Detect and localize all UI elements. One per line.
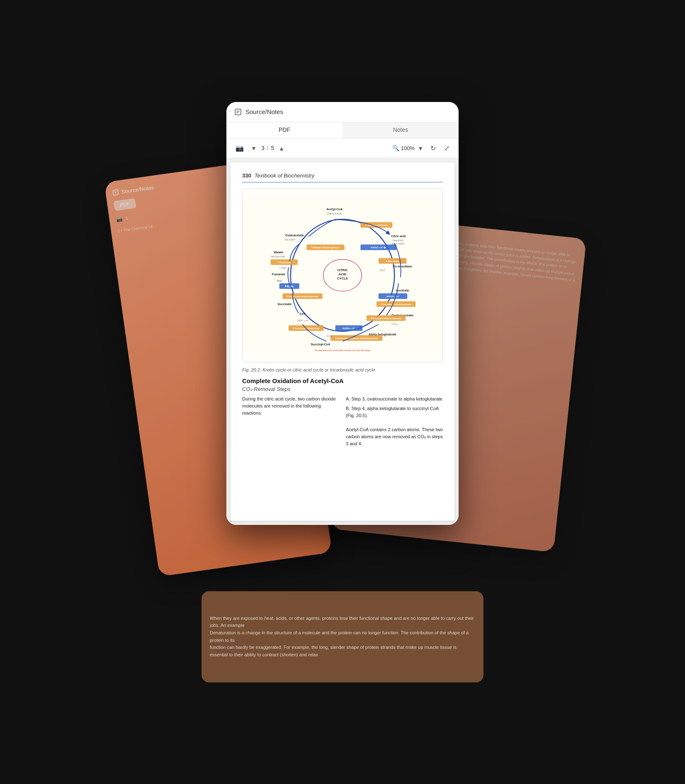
tabs: PDF Notes bbox=[226, 122, 459, 138]
search-icon: 🔍 bbox=[392, 145, 399, 151]
two-col-content: During the citric acid cycle, two carbon… bbox=[242, 396, 443, 447]
svg-text:FADH₂: FADH₂ bbox=[285, 284, 294, 287]
svg-text:All reactions are reversible, : All reactions are reversible, except 1st… bbox=[315, 349, 370, 352]
strip-text-1: When they are exposed to heat, acids, or… bbox=[210, 615, 475, 659]
camera-button[interactable]: 📷 bbox=[233, 143, 246, 154]
section-title: Complete Oxidation of Acetyl-CoA bbox=[242, 377, 443, 384]
pdf-header: 330 Textbook of Biochemistry bbox=[242, 172, 443, 182]
col-right: A. Step 3, oxalosuccinate to alpha ketog… bbox=[346, 396, 443, 447]
svg-text:Citric acid: Citric acid bbox=[391, 234, 406, 238]
pdf-page-number: 330 bbox=[242, 172, 251, 179]
krebs-diagram-container: CITRIC ACID CYCLE Acetyl-CoA CH₃-C-S-CoA… bbox=[242, 188, 443, 362]
page-current: 3 bbox=[261, 145, 265, 151]
svg-text:Succinate: Succinate bbox=[277, 302, 291, 306]
svg-text:3 Isocitrate dehydrogenase: 3 Isocitrate dehydrogenase bbox=[371, 317, 402, 320]
svg-text:CO₂: CO₂ bbox=[391, 322, 398, 326]
page-separator: / bbox=[267, 145, 269, 151]
refresh-icon: ↻ bbox=[430, 145, 436, 152]
source-notes-icon-back bbox=[112, 189, 119, 196]
svg-text:3 Isocitrate dehydrogenase: 3 Isocitrate dehydrogenase bbox=[381, 303, 412, 306]
zoom-group: 🔍 100% ▾ bbox=[392, 143, 425, 154]
col-right-text-a: A. Step 3, oxalosuccinate to alpha ketog… bbox=[346, 396, 443, 403]
zoom-chevron-icon: ▾ bbox=[419, 145, 422, 152]
pdf-content: 330 Textbook of Biochemistry CITRIC ACID bbox=[226, 158, 459, 525]
card-bottom-strip: When they are exposed to heat, acids, or… bbox=[202, 591, 483, 682]
fig-caption: Fig. 20.2: Krebs cycle or citric acid cy… bbox=[242, 367, 443, 372]
svg-text:Co-Aconitase: Co-Aconitase bbox=[393, 264, 412, 268]
chevron-up-icon: ▴ bbox=[280, 145, 283, 152]
zoom-value: 100% bbox=[401, 145, 415, 151]
svg-text:8 Malate dehydrogenase: 8 Malate dehydrogenase bbox=[311, 246, 340, 249]
tab-notes[interactable]: Notes bbox=[342, 122, 459, 138]
svg-text:6 Succinate dehydrogenase: 6 Succinate dehydrogenase bbox=[287, 295, 318, 298]
svg-text:2 Aconitase: 2 Aconitase bbox=[386, 260, 399, 262]
chevron-up-button[interactable]: ▴ bbox=[277, 143, 286, 154]
svg-text:Acetyl-CoA: Acetyl-CoA bbox=[326, 207, 343, 211]
svg-text:CH₂-COO⁻: CH₂-COO⁻ bbox=[393, 239, 404, 242]
svg-text:Malate: Malate bbox=[274, 250, 283, 254]
svg-text:Succinyl-CoA: Succinyl-CoA bbox=[311, 342, 331, 346]
svg-text:CH₃-C-S-CoA: CH₃-C-S-CoA bbox=[327, 212, 342, 214]
toolbar: 📷 ▾ 3 / 5 ▴ 🔍 100% ▾ ↻ bbox=[226, 138, 459, 158]
titlebar: Source/Notes bbox=[226, 102, 459, 122]
col-right-text-b: B. Step 4, alpha ketoglutarate to succin… bbox=[346, 405, 443, 447]
zoom-dropdown-button[interactable]: ▾ bbox=[416, 143, 425, 154]
col-left-text: During the citric acid cycle, two carbon… bbox=[242, 396, 339, 417]
svg-text:7 Fumarase: 7 Fumarase bbox=[277, 261, 291, 264]
svg-text:OC-COO⁻: OC-COO⁻ bbox=[285, 238, 296, 241]
svg-text:CITRIC: CITRIC bbox=[337, 268, 348, 272]
refresh-button[interactable]: ↻ bbox=[428, 143, 438, 154]
svg-text:NADH + H⁺: NADH + H⁺ bbox=[342, 327, 355, 330]
svg-line-1 bbox=[114, 191, 117, 192]
pdf-page: 330 Textbook of Biochemistry CITRIC ACID bbox=[231, 163, 454, 521]
chevron-down-icon: ▾ bbox=[252, 145, 255, 152]
svg-text:CO₂: CO₂ bbox=[327, 334, 333, 338]
svg-rect-0 bbox=[113, 189, 119, 195]
svg-text:H₂O: H₂O bbox=[380, 269, 385, 272]
svg-rect-3 bbox=[235, 109, 241, 115]
pdf-book-title: Textbook of Biochemistry bbox=[255, 172, 315, 179]
svg-text:4 Alpha ketoglutarate dehydrog: 4 Alpha ketoglutarate dehydrogenase bbox=[335, 337, 378, 340]
svg-text:+ H₂O: + H₂O bbox=[279, 266, 286, 269]
back-left-page: 1 bbox=[125, 215, 129, 221]
svg-text:CYCLE: CYCLE bbox=[337, 276, 348, 280]
section-subtitle: CO₂ Removal Steps bbox=[242, 386, 443, 392]
svg-text:FAD: FAD bbox=[277, 279, 282, 282]
source-notes-icon bbox=[234, 108, 242, 116]
page-total: 5 bbox=[271, 145, 274, 151]
svg-text:NADH + H⁺: NADH + H⁺ bbox=[386, 295, 399, 298]
back-left-cam: 📷 bbox=[116, 216, 123, 222]
expand-icon: ⤢ bbox=[444, 145, 449, 152]
expand-button[interactable]: ⤢ bbox=[442, 143, 452, 154]
svg-text:GDP + Pi: GDP + Pi bbox=[297, 318, 308, 321]
svg-line-2 bbox=[114, 193, 116, 193]
krebs-diagram: CITRIC ACID CYCLE Acetyl-CoA CH₃-C-S-CoA… bbox=[243, 189, 442, 362]
back-left-title: Source/Notes bbox=[121, 184, 154, 194]
back-left-tab-pdf[interactable]: PDF bbox=[114, 198, 136, 211]
scene: Source/Notes PDF 📷 1 2 • The Chemical Le… bbox=[156, 102, 529, 682]
svg-text:GTP: GTP bbox=[299, 312, 306, 316]
chevron-down-button[interactable]: ▾ bbox=[250, 143, 258, 154]
page-number-group: 3 / 5 bbox=[261, 145, 274, 151]
svg-text:HO-CH-COO⁻: HO-CH-COO⁻ bbox=[271, 255, 286, 257]
svg-text:ACID: ACID bbox=[339, 272, 347, 276]
col-left: During the citric acid cycle, two carbon… bbox=[242, 396, 339, 447]
camera-icon: 📷 bbox=[236, 145, 244, 152]
tab-pdf[interactable]: PDF bbox=[226, 122, 342, 138]
svg-text:NADH + H⁺ ▶: NADH + H⁺ ▶ bbox=[371, 246, 386, 249]
titlebar-title: Source/Notes bbox=[245, 108, 283, 115]
svg-text:Fumarate: Fumarate bbox=[272, 272, 286, 276]
card-main: Source/Notes PDF Notes 📷 ▾ 3 / 5 ▴ bbox=[226, 102, 459, 525]
svg-text:Oxaloacetate: Oxaloacetate bbox=[285, 233, 304, 237]
